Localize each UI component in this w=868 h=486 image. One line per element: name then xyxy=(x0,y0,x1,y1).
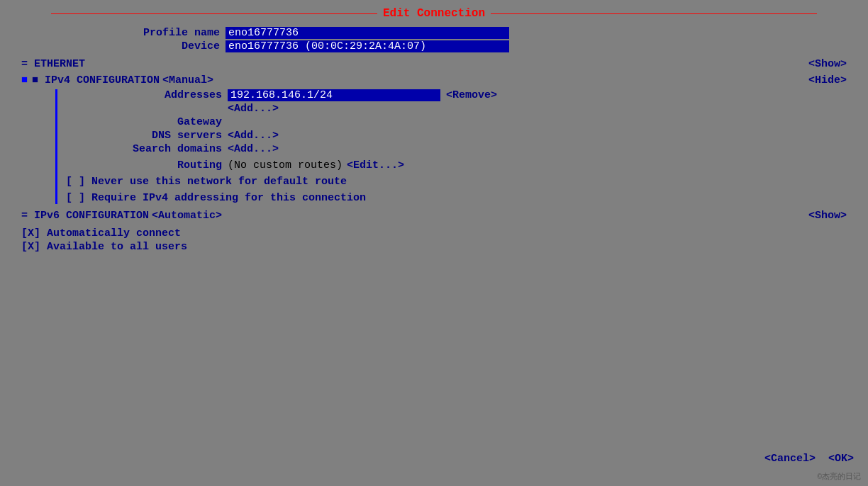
gateway-row: Gateway xyxy=(66,116,847,128)
device-row: Device eno16777736 (00:0C:29:2A:4A:07) xyxy=(21,40,847,52)
ethernet-label: = ETHERNET xyxy=(21,58,85,70)
auto-connect-row: [X] Automatically connect xyxy=(21,227,847,239)
dns-add-btn[interactable]: <Add...> xyxy=(228,130,279,142)
bottom-buttons: <Cancel> <OK> xyxy=(764,453,854,465)
ethernet-show-btn[interactable]: <Show> xyxy=(808,58,847,70)
ipv6-mode[interactable]: <Automatic> xyxy=(152,210,222,222)
addresses-row: Addresses 192.168.146.1/24 <Remove> xyxy=(66,89,847,101)
title-line-right xyxy=(491,13,817,14)
never-default-checkbox[interactable]: [ ] Never use this network for default r… xyxy=(66,176,347,188)
ipv6-show-btn[interactable]: <Show> xyxy=(808,210,847,222)
title-bar: Edit Connection xyxy=(14,7,854,20)
cancel-button[interactable]: <Cancel> xyxy=(764,453,816,465)
profile-name-label: Profile name xyxy=(21,27,220,39)
dns-label: DNS servers xyxy=(66,130,222,142)
ipv4-header: ■ ■ IPv4 CONFIGURATION <Manual> <Hide> xyxy=(21,74,847,86)
routing-value: (No custom routes) xyxy=(228,159,343,171)
ipv4-bullet: ■ xyxy=(21,74,28,86)
ethernet-section: = ETHERNET <Show> xyxy=(21,58,847,70)
ipv6-section: = IPv6 CONFIGURATION <Automatic> <Show> xyxy=(21,210,847,222)
main-content: Profile name eno16777736 Device eno16777… xyxy=(14,27,854,253)
never-default-row: [ ] Never use this network for default r… xyxy=(66,176,847,188)
ipv4-details: Addresses 192.168.146.1/24 <Remove> <Add… xyxy=(55,89,847,204)
title-line-left xyxy=(51,13,377,14)
ok-button[interactable]: <OK> xyxy=(828,453,854,465)
profile-name-row: Profile name eno16777736 xyxy=(21,27,847,39)
auto-connect-checkbox[interactable]: [X] Automatically connect xyxy=(21,227,181,239)
remove-btn[interactable]: <Remove> xyxy=(446,89,497,101)
ipv4-mode[interactable]: <Manual> xyxy=(162,74,213,86)
available-users-row: [X] Available to all users xyxy=(21,241,847,253)
search-domains-label: Search domains xyxy=(66,143,222,155)
addresses-label: Addresses xyxy=(66,89,222,101)
require-ipv4-row: [ ] Require IPv4 addressing for this con… xyxy=(66,192,847,204)
window-title: Edit Connection xyxy=(383,7,485,20)
addresses-input[interactable]: 192.168.146.1/24 xyxy=(228,89,440,101)
ipv4-label: ■ IPv4 CONFIGURATION xyxy=(32,74,160,86)
profile-name-input[interactable]: eno16777736 xyxy=(226,27,509,39)
ipv6-label: = IPv6 CONFIGURATION xyxy=(21,210,149,222)
device-input[interactable]: eno16777736 (00:0C:29:2A:4A:07) xyxy=(226,40,509,52)
terminal-window: Edit Connection Profile name eno16777736… xyxy=(0,0,868,486)
routing-label: Routing xyxy=(66,159,222,171)
add-address-btn[interactable]: <Add...> xyxy=(228,103,279,115)
routing-edit-btn[interactable]: <Edit...> xyxy=(347,159,404,171)
device-label: Device xyxy=(21,40,220,52)
search-domains-row: Search domains <Add...> xyxy=(66,143,847,155)
require-ipv4-checkbox[interactable]: [ ] Require IPv4 addressing for this con… xyxy=(66,192,366,204)
gateway-label: Gateway xyxy=(66,116,222,128)
watermark: ©杰亮的日记 xyxy=(817,471,861,482)
add-addresses-row: <Add...> xyxy=(66,103,847,115)
ipv4-hide-btn[interactable]: <Hide> xyxy=(808,74,847,86)
dns-row: DNS servers <Add...> xyxy=(66,130,847,142)
search-add-btn[interactable]: <Add...> xyxy=(228,143,279,155)
routing-row: Routing (No custom routes) <Edit...> xyxy=(66,159,847,171)
available-users-checkbox[interactable]: [X] Available to all users xyxy=(21,241,187,253)
